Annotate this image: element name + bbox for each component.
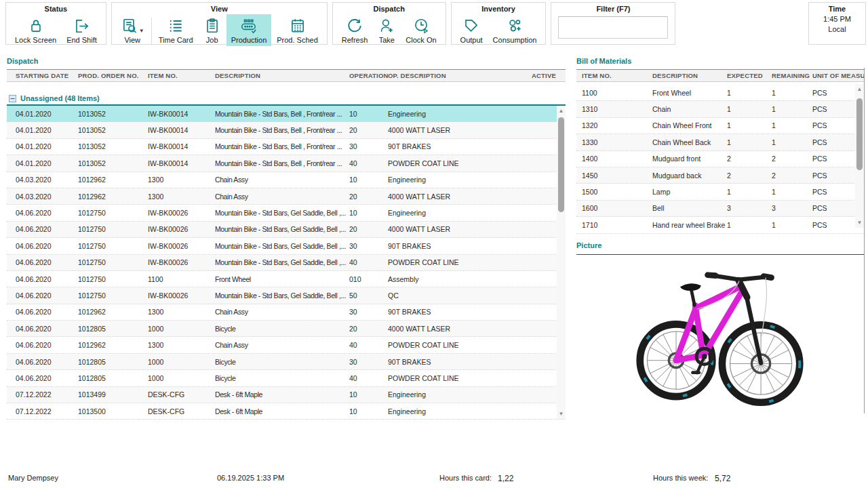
table-cell: 1012750 (78, 225, 148, 233)
column-header[interactable]: REMAINING (772, 72, 812, 79)
table-row[interactable]: 04.06.20201012750IW-BK00026Mountain Bike… (7, 205, 566, 221)
column-header[interactable]: DESCRIPTION (652, 72, 727, 79)
table-cell: 1012962 (78, 308, 148, 316)
table-cell: 1320 (582, 121, 652, 129)
take-button[interactable]: Take (373, 14, 400, 46)
table-cell: 4000 WATT LASER (388, 192, 496, 201)
table-cell: 1012750 (78, 291, 148, 300)
table-row[interactable]: 04.01.20201013052IW-BK00014Mountain Bike… (7, 139, 566, 155)
column-header[interactable]: ITEM NO. (582, 72, 652, 79)
scroll-down-icon[interactable]: ▼ (557, 409, 566, 418)
bom-table-body: 1100Front Wheel11PCS1310Chain11PCS1320Ch… (576, 85, 864, 234)
table-row[interactable]: 07.12.20221013500DESK-CFGDesk - 6ft Mapl… (7, 403, 566, 420)
table-cell: 07.12.2022 (16, 407, 78, 415)
table-cell: 1012962 (78, 192, 148, 201)
dispatch-scrollbar[interactable]: ▲ ▼ (557, 106, 566, 419)
table-cell: 1013052 (78, 110, 148, 118)
table-row[interactable]: 1710Hand rear wheel Brake11PCS (576, 217, 864, 233)
table-row[interactable]: 04.03.202010129621300Chain Assy10Enginee… (7, 172, 566, 188)
current-time: 1:45 PM (811, 14, 863, 24)
table-row[interactable]: 04.06.20201012750IW-BK00026Mountain Bike… (7, 255, 566, 271)
scrollbar-thumb[interactable] (558, 117, 564, 212)
table-cell: 04.01.2020 (16, 159, 78, 167)
prod-sched-button[interactable]: Prod. Sched (272, 14, 323, 46)
table-row[interactable]: 1600Bell33PCS (576, 201, 864, 217)
table-cell: IW-BK00014 (148, 159, 215, 167)
job-button[interactable]: Job (199, 14, 226, 46)
table-cell: 04.06.2020 (16, 374, 78, 382)
table-cell: 04.06.2020 (16, 242, 78, 250)
column-header[interactable]: PROD. ORDER NO. (78, 72, 148, 79)
column-header[interactable]: ACTIVE (496, 72, 566, 79)
table-cell: Front Wheel (215, 275, 349, 283)
table-row[interactable]: 04.06.202010128051000Bicycle3090T BRAKES (7, 354, 566, 370)
consumption-button[interactable]: Consumption (488, 14, 542, 46)
table-cell: DESK-CFG (148, 390, 215, 399)
scroll-up-icon[interactable]: ▲ (855, 85, 864, 94)
table-cell: IW-BK00026 (148, 258, 215, 266)
column-header[interactable]: DESCRIPTION (215, 72, 349, 79)
table-row[interactable]: 1100Front Wheel11PCS (576, 85, 864, 101)
table-row[interactable]: 1500Lamp11PCS (576, 184, 864, 200)
table-row[interactable]: 04.01.20201013052IW-BK00014Mountain Bike… (7, 122, 566, 138)
time-card-button[interactable]: Time Card (154, 14, 198, 46)
production-button[interactable]: Production (226, 14, 272, 46)
table-row[interactable]: 04.06.202010129621300Chain Assy40POWDER … (7, 337, 566, 353)
table-row[interactable]: 04.01.20201013052IW-BK00014Mountain Bike… (7, 155, 566, 171)
table-cell: Chain Assy (215, 341, 349, 349)
table-row[interactable]: 1310Chain11PCS (576, 101, 864, 117)
column-header[interactable]: OPERATION (349, 72, 388, 79)
table-row[interactable]: 07.12.20221013499DESK-CFGDesk - 6ft Mapl… (7, 387, 566, 403)
column-header[interactable]: EXPECTED (727, 72, 772, 79)
table-cell: Mountain Bike - Std Bars, Gel Saddle, Be… (215, 291, 349, 300)
table-cell: 04.03.2020 (16, 176, 78, 184)
bom-scrollbar[interactable]: ▲ ▼ (855, 84, 864, 228)
table-cell: 1012750 (78, 209, 148, 217)
table-row[interactable]: 04.06.202010127501100Front Wheel010Assem… (7, 271, 566, 287)
table-row[interactable]: 1320Chain Wheel Front11PCS (576, 118, 864, 134)
collapse-icon[interactable] (9, 95, 16, 102)
table-row[interactable]: 04.06.20201012750IW-BK00026Mountain Bike… (7, 238, 566, 254)
table-cell: 04.06.2020 (16, 341, 78, 349)
scrollbar-thumb[interactable] (856, 98, 863, 170)
table-cell: 1012750 (78, 275, 148, 283)
column-header[interactable]: ITEM NO. (148, 72, 215, 79)
table-cell: 40 (349, 374, 388, 382)
person-add-icon (378, 16, 395, 36)
table-cell: 2 (772, 155, 812, 163)
end-shift-button[interactable]: End Shift (62, 14, 102, 46)
table-row[interactable]: 04.03.202010129621300Chain Assy204000 WA… (7, 188, 566, 205)
table-cell: 04.06.2020 (16, 225, 78, 233)
table-cell: 1300 (148, 192, 215, 201)
output-button[interactable]: Output (456, 14, 488, 46)
table-row[interactable]: 04.01.20201013052IW-BK00014Mountain Bike… (7, 106, 566, 122)
table-row[interactable]: 1400Mudguard front22PCS (576, 151, 864, 167)
button-label: Take (379, 36, 395, 45)
scroll-down-icon[interactable]: ▼ (855, 218, 864, 227)
table-row[interactable]: 1330Chain Wheel Back11PCS (576, 134, 864, 150)
bill-of-materials-panel: Bill of Materials ITEM NO. DESCRIPTION E… (576, 57, 864, 234)
lock-screen-button[interactable]: Lock Screen (10, 14, 61, 46)
refresh-button[interactable]: Refresh (337, 14, 373, 46)
table-row[interactable]: 1450Mudguard back22PCS (576, 167, 864, 184)
dispatch-group-header[interactable]: Unassigned (48 Items) (7, 92, 566, 106)
table-cell: 1500 (582, 188, 652, 196)
table-row[interactable]: 04.06.202010128051000Bicycle40POWDER COA… (7, 370, 566, 386)
column-header[interactable]: STARTING DATE (16, 72, 78, 79)
table-row[interactable]: 04.06.20201012750IW-BK00026Mountain Bike… (7, 222, 566, 238)
table-cell: Desk - 6ft Maple (215, 390, 349, 399)
column-header[interactable]: UNIT OF MEASURE (812, 72, 864, 79)
scroll-up-icon[interactable]: ▲ (557, 106, 566, 115)
clock-on-button[interactable]: Clock On (401, 14, 441, 46)
table-row[interactable]: 04.06.202010129621300Chain Assy3090T BRA… (7, 304, 566, 321)
table-row[interactable]: 04.06.20201012750IW-BK00026Mountain Bike… (7, 287, 566, 304)
table-row[interactable]: 04.06.202010128051000Bicycle204000 WATT … (7, 321, 566, 337)
filter-input[interactable] (558, 16, 668, 39)
table-cell: Engineering (388, 390, 496, 399)
table-cell: 4000 WATT LASER (388, 325, 496, 333)
view-button[interactable]: ▼ View (116, 14, 149, 46)
column-header[interactable]: OP. DESCRIPTION (388, 72, 496, 79)
hours-card-label: Hours this card: (439, 474, 492, 482)
table-cell: IW-BK00014 (148, 142, 215, 150)
button-label: Output (460, 36, 483, 45)
